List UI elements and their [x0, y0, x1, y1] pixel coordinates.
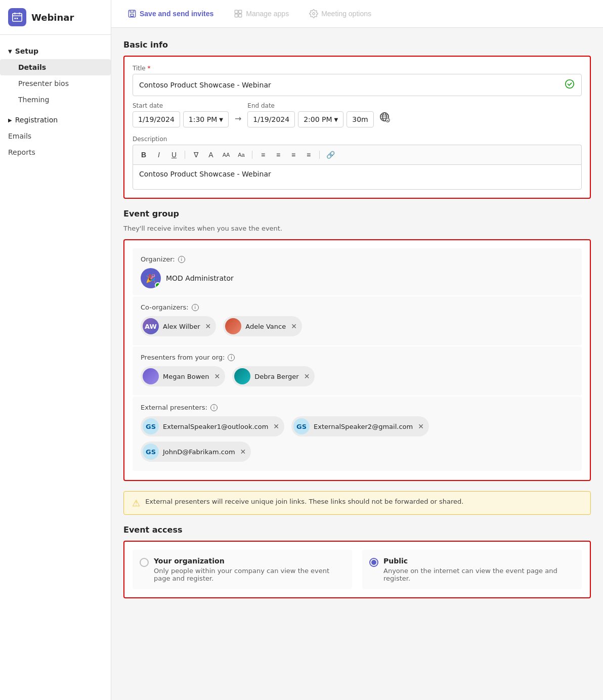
- align-left-button[interactable]: ≡: [256, 148, 270, 161]
- debra-remove-button[interactable]: ✕: [304, 372, 310, 380]
- sidebar-item-reports[interactable]: Reports: [0, 144, 111, 160]
- co-org-info-icon[interactable]: i: [192, 304, 199, 311]
- co-organizers-section: Co-organizers: i AW Alex Wilber ✕ Adele …: [133, 296, 582, 345]
- megan-name: Megan Bowen: [163, 373, 209, 380]
- public-access-text: Public Anyone on the internet can view t…: [383, 557, 575, 582]
- external-2-avatar: GS: [293, 418, 310, 434]
- presenters-tags: Megan Bowen ✕ Debra Berger ✕: [141, 366, 574, 388]
- save-send-label: Save and send invites: [140, 10, 213, 18]
- numbered-list-button[interactable]: ≡: [302, 148, 315, 161]
- underline-button[interactable]: U: [167, 148, 181, 161]
- description-content[interactable]: Contoso Product Showcase - Webinar: [133, 164, 582, 190]
- basic-info-section: Basic info Title Contoso Product Showcas…: [123, 40, 591, 199]
- duration-field[interactable]: 30m: [347, 111, 373, 127]
- presenter-debra-tag: Debra Berger ✕: [232, 366, 315, 386]
- presenter-megan-tag: Megan Bowen ✕: [141, 366, 225, 386]
- presenters-info-icon[interactable]: i: [228, 354, 235, 361]
- toolbar: Save and send invites Manage apps Me: [111, 0, 603, 28]
- svg-rect-1: [15, 18, 16, 19]
- external-label: External presenters: i: [141, 404, 574, 411]
- external-2-tag: GS ExternalSpeaker2@gmail.com ✕: [291, 416, 429, 436]
- event-group-title: Event group: [123, 209, 591, 218]
- start-date-field[interactable]: 1/19/2024: [133, 111, 180, 127]
- manage-icon: [234, 9, 243, 18]
- description-label: Description: [133, 136, 582, 143]
- end-date-field[interactable]: 1/19/2024: [247, 111, 295, 127]
- event-group-box: Organizer: i 🎉 MOD Administrator Co-: [123, 239, 591, 481]
- event-access-title: Event access: [123, 525, 591, 535]
- warning-icon: ⚠: [132, 498, 140, 508]
- co-org-alex-tag: AW Alex Wilber ✕: [141, 316, 216, 336]
- external-presenters-section: External presenters: i GS ExternalSpeake…: [133, 397, 582, 471]
- organizer-label: Organizer: i: [141, 255, 574, 263]
- online-indicator: [155, 282, 161, 288]
- highlight-button[interactable]: A: [204, 148, 218, 161]
- adele-remove-button[interactable]: ✕: [291, 322, 297, 330]
- event-group-subtitle: They'll receive invites when you save th…: [123, 225, 591, 232]
- format-button[interactable]: Aa: [235, 148, 248, 161]
- event-access-box: Your organization Only people within you…: [123, 541, 591, 598]
- start-time-field[interactable]: 1:30 PM ▼: [183, 111, 229, 127]
- end-date-inputs: 1/19/2024 2:00 PM ▼ 30m: [247, 111, 390, 127]
- external-tags-row2: GS JohnD@Fabrikam.com ✕: [141, 442, 574, 464]
- external-1-tag: GS ExternalSpeaker1@outlook.com ✕: [141, 416, 284, 436]
- toolbar-sep-2: [252, 151, 252, 159]
- sidebar-setup-group[interactable]: ▼ Setup: [0, 43, 111, 59]
- co-org-adele-tag: Adele Vance ✕: [223, 316, 302, 336]
- main-content: Save and send invites Manage apps Me: [111, 0, 603, 700]
- alex-remove-button[interactable]: ✕: [205, 322, 211, 330]
- access-option-org[interactable]: Your organization Only people within you…: [133, 550, 352, 589]
- font-size-button[interactable]: AA: [220, 148, 233, 161]
- save-send-button[interactable]: Save and send invites: [123, 6, 218, 21]
- save-icon: [127, 9, 137, 18]
- debra-name: Debra Berger: [254, 373, 298, 380]
- sidebar-item-emails[interactable]: Emails: [0, 128, 111, 144]
- end-time-field[interactable]: 2:00 PM ▼: [298, 111, 343, 127]
- event-access-section: Event access Your organization Only peop…: [123, 525, 591, 598]
- external-3-remove-button[interactable]: ✕: [240, 448, 246, 456]
- link-button[interactable]: 🔗: [324, 148, 337, 161]
- app-header: Webinar: [0, 0, 111, 35]
- sidebar-registration-group[interactable]: ▶ Registration: [0, 112, 111, 128]
- title-input[interactable]: Contoso Product Showcase - Webinar: [133, 74, 582, 96]
- megan-remove-button[interactable]: ✕: [214, 372, 221, 380]
- start-date-label: Start date: [133, 102, 229, 109]
- chevron-right-icon: ▶: [8, 117, 12, 123]
- svg-rect-8: [239, 14, 242, 17]
- access-option-public[interactable]: Public Anyone on the internet can view t…: [362, 550, 582, 589]
- basic-info-box: Title Contoso Product Showcase - Webinar…: [123, 56, 591, 199]
- external-2-remove-button[interactable]: ✕: [418, 422, 424, 430]
- italic-button[interactable]: I: [152, 148, 165, 161]
- external-info-icon[interactable]: i: [210, 404, 218, 411]
- gear-icon: [309, 9, 318, 18]
- external-3-tag: GS JohnD@Fabrikam.com ✕: [141, 442, 251, 462]
- svg-point-10: [566, 80, 574, 89]
- sidebar-item-details[interactable]: Details: [0, 59, 111, 75]
- manage-apps-button[interactable]: Manage apps: [230, 6, 293, 21]
- chevron-down-icon: ▼: [334, 117, 338, 122]
- organizer-info-icon[interactable]: i: [178, 256, 185, 263]
- timezone-icon[interactable]: [379, 111, 390, 127]
- sidebar-item-presenter-bios[interactable]: Presenter bios: [0, 75, 111, 92]
- align-center-button[interactable]: ≡: [272, 148, 285, 161]
- megan-avatar: [143, 368, 159, 384]
- font-color-button[interactable]: ∇: [189, 148, 202, 161]
- basic-info-title: Basic info: [123, 40, 591, 50]
- meeting-options-button[interactable]: Meeting options: [305, 6, 375, 21]
- external-1-remove-button[interactable]: ✕: [273, 422, 279, 430]
- toolbar-sep-3: [319, 151, 320, 159]
- public-radio[interactable]: [369, 558, 378, 567]
- bullet-list-button[interactable]: ≡: [287, 148, 300, 161]
- date-row: Start date 1/19/2024 1:30 PM ▼ →: [133, 102, 582, 127]
- chevron-down-icon: ▼: [8, 49, 12, 54]
- organizer-row: 🎉 MOD Administrator: [141, 268, 574, 288]
- checkmark-icon: [564, 78, 575, 92]
- chevron-down-icon: ▼: [219, 117, 223, 122]
- sidebar-setup-label: Setup: [15, 47, 38, 55]
- warning-text: External presenters will receive unique …: [145, 498, 463, 505]
- arrow-separator: →: [235, 114, 241, 127]
- sidebar-item-theming[interactable]: Theming: [0, 92, 111, 108]
- org-radio[interactable]: [140, 558, 149, 567]
- end-date-label: End date: [247, 102, 390, 109]
- bold-button[interactable]: B: [137, 148, 150, 161]
